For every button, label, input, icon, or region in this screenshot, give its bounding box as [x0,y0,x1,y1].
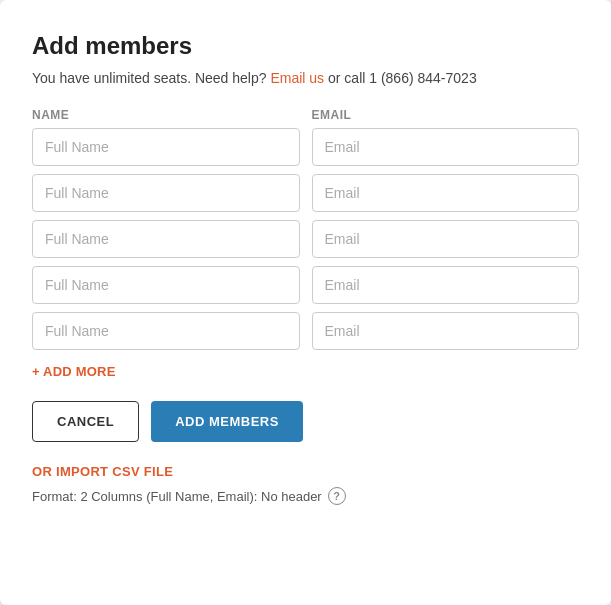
table-row [32,266,579,304]
email-input-1[interactable] [312,128,580,166]
format-info: Format: 2 Columns (Full Name, Email): No… [32,487,579,505]
modal-title: Add members [32,32,579,60]
name-column-label: NAME [32,108,300,122]
email-input-5[interactable] [312,312,580,350]
add-members-button[interactable]: ADD MEMBERS [151,401,303,442]
add-more-link[interactable]: + ADD MORE [32,364,116,379]
import-csv-link[interactable]: OR IMPORT CSV FILE [32,464,579,479]
form-column-headers: NAME EMAIL [32,108,579,122]
table-row [32,174,579,212]
table-row [32,128,579,166]
action-buttons: CANCEL ADD MEMBERS [32,401,579,442]
email-input-3[interactable] [312,220,580,258]
name-input-1[interactable] [32,128,300,166]
table-row [32,312,579,350]
table-row [32,220,579,258]
name-input-2[interactable] [32,174,300,212]
cancel-button[interactable]: CANCEL [32,401,139,442]
name-input-5[interactable] [32,312,300,350]
help-icon[interactable]: ? [328,487,346,505]
email-us-link[interactable]: Email us [270,70,324,86]
add-members-modal: Add members You have unlimited seats. Ne… [0,0,611,605]
email-column-label: EMAIL [312,108,580,122]
email-input-4[interactable] [312,266,580,304]
help-text: You have unlimited seats. Need help? Ema… [32,70,579,86]
name-input-3[interactable] [32,220,300,258]
name-input-4[interactable] [32,266,300,304]
email-input-2[interactable] [312,174,580,212]
member-form-rows [32,128,579,350]
